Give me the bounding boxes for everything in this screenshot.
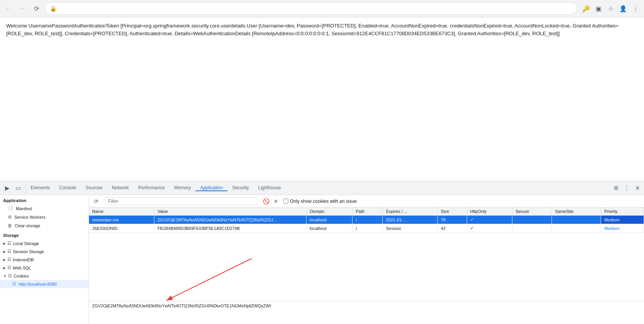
sidebar-item-cookies-localhost[interactable]: ☷ http://localhost:8080 <box>0 280 89 288</box>
devtools-right-buttons: ⚙ ⋮ ✕ <box>609 183 644 193</box>
tab-memory[interactable]: Memory <box>170 185 195 191</box>
expand-arrow-session: ▶ <box>3 250 6 254</box>
devtools-tabbar: ▶ ▭ Elements Console Sources Network Per… <box>0 181 644 195</box>
lock-icon: 🔒 <box>50 5 57 12</box>
filter-clear-buttons: 🚫 ✕ <box>262 197 280 206</box>
toolbar-icons: 🔑 ▣ ☆ 👤 ⋮ <box>581 3 641 14</box>
cell-size: 78 <box>437 216 467 224</box>
cell-domain: localhost <box>307 224 353 233</box>
devtools-panel: ▶ ▭ Elements Console Sources Network Per… <box>0 181 644 324</box>
cell-httponly: ✓ <box>467 216 512 224</box>
cell-size: 42 <box>437 224 467 233</box>
websql-icon: ☷ <box>7 265 11 270</box>
application-section-header: Application <box>0 195 89 204</box>
cell-priority: Medium <box>601 224 644 233</box>
session-storage-icon: ☷ <box>7 249 11 254</box>
sidebar-item-manifest[interactable]: 📄 Manifest <box>0 204 89 213</box>
sidebar-cookies-group[interactable]: ▼ ☷ Cookies <box>0 272 89 280</box>
sidebar-websql-group[interactable]: ▶ ☷ Web SQL <box>0 264 89 272</box>
tab-elements[interactable]: Elements <box>26 185 55 191</box>
cell-secure <box>512 224 552 233</box>
expand-arrow-cookies: ▼ <box>3 274 7 278</box>
col-header-expires: Expires / ... <box>383 207 438 216</box>
tab-application[interactable]: Application <box>195 185 228 191</box>
page-content: Welcome UsernamePasswordAuthenticationTo… <box>0 17 644 181</box>
page-text: Welcome UsernamePasswordAuthenticationTo… <box>6 23 618 36</box>
devtools-main-panel: ⟳ 🚫 ✕ Only show cookies with an issue Na… <box>89 195 644 324</box>
menu-icon-button[interactable]: ⋮ <box>630 3 641 14</box>
expand-arrow-websql: ▶ <box>3 266 6 270</box>
devtools-control-buttons: ▶ ▭ <box>0 181 26 195</box>
profile-icon-button[interactable]: 👤 <box>618 3 629 14</box>
tab-lighthouse[interactable]: Lighthouse <box>253 185 286 191</box>
close-filter-button[interactable]: ✕ <box>272 197 280 206</box>
cookie-value-bar: ZGV2OjE2MTAyNzA5NDUwNDk6NzYwNTk4OTQ3NzRi… <box>89 301 644 324</box>
table-row[interactable]: JSESSIONIDFB1B4B989D3B69F633BF5E1A9C1D27… <box>89 224 644 233</box>
cell-expires: Session <box>383 224 438 233</box>
expand-arrow-indexeddb: ▶ <box>3 258 6 262</box>
col-header-httponly: HttpOnly <box>467 207 512 216</box>
sidebar-item-service-workers[interactable]: ⚙ Service Workers <box>0 213 89 221</box>
reload-button[interactable]: ⟳ <box>31 3 42 14</box>
cookie-value-text: ZGV2OjE2MTAyNzA5NDUwNDk6NzYwNTk4OTQ3NzRi… <box>92 303 271 308</box>
devtools-sidebar: Application 📄 Manifest ⚙ Service Workers… <box>0 195 89 324</box>
storage-section-header: Storage <box>0 230 89 239</box>
col-header-samesite: SameSite <box>552 207 601 216</box>
browser-toolbar: ← → ⟳ 🔒 localhost:8080 🔑 ▣ ☆ 👤 ⋮ <box>0 0 644 17</box>
cell-value: FB1B4B989D3B69F633BF5E1A9C1D279B <box>154 224 307 233</box>
address-bar: 🔒 localhost:8080 <box>45 2 577 15</box>
close-devtools-button[interactable]: ✕ <box>632 183 642 193</box>
more-options-button[interactable]: ⋮ <box>622 183 632 193</box>
cell-httponly: ✓ <box>467 224 512 233</box>
filter-input[interactable] <box>104 197 259 205</box>
show-issues-label[interactable]: Only show cookies with an issue <box>283 199 357 204</box>
cookies-icon: ☷ <box>8 273 12 278</box>
indexeddb-icon: ☷ <box>7 257 11 262</box>
key-icon-button[interactable]: 🔑 <box>581 3 591 14</box>
sidebar-session-storage-group[interactable]: ▶ ☷ Session Storage <box>0 247 89 255</box>
inspect-element-button[interactable]: ▶ <box>2 183 12 193</box>
tab-network[interactable]: Network <box>107 185 134 191</box>
cookie-table-container: Name Value Domain Path Expires / ... Siz… <box>89 207 644 301</box>
cell-samesite <box>552 216 601 224</box>
cell-domain: localhost <box>307 216 353 224</box>
filter-bar: ⟳ 🚫 ✕ Only show cookies with an issue <box>89 195 644 207</box>
cookie-table: Name Value Domain Path Expires / ... Siz… <box>89 207 644 233</box>
cookie-sub-icon: ☷ <box>12 281 16 286</box>
table-row[interactable]: remember-meZGV2OjE2MTAyNzA5NDUwNDk6NzYwN… <box>89 216 644 224</box>
url-input[interactable]: localhost:8080 <box>59 5 572 12</box>
col-header-name: Name <box>89 207 154 216</box>
expand-arrow-local: ▶ <box>3 242 6 245</box>
tab-console[interactable]: Console <box>55 185 81 191</box>
browser-chrome: ← → ⟳ 🔒 localhost:8080 🔑 ▣ ☆ 👤 ⋮ <box>0 0 644 17</box>
cell-value: ZGV2OjE2MTAyNzA5NDUwNDk6NzYwNTk4OTQ3NzRi… <box>154 216 307 224</box>
device-toggle-button[interactable]: ▭ <box>13 183 23 193</box>
cell-samesite <box>552 224 601 233</box>
col-header-value: Value <box>154 207 307 216</box>
tab-sources[interactable]: Sources <box>81 185 107 191</box>
tab-performance[interactable]: Performance <box>134 185 170 191</box>
col-header-domain: Domain <box>307 207 353 216</box>
col-header-priority: Priority <box>601 207 644 216</box>
back-button[interactable]: ← <box>3 3 14 14</box>
service-workers-icon: ⚙ <box>8 214 12 220</box>
cell-secure <box>512 216 552 224</box>
forward-button[interactable]: → <box>17 3 28 14</box>
sidebar-item-clear-storage[interactable]: 🗑 Clear storage <box>0 221 89 230</box>
devtools-tabs: Elements Console Sources Network Perform… <box>26 185 609 191</box>
tab-security[interactable]: Security <box>228 185 253 191</box>
translate-icon-button[interactable]: ▣ <box>593 3 604 14</box>
cell-priority: Medium <box>601 216 644 224</box>
col-header-path: Path <box>353 207 383 216</box>
sidebar-indexeddb-group[interactable]: ▶ ☷ IndexedDB <box>0 255 89 264</box>
show-issues-checkbox[interactable] <box>283 199 288 204</box>
sidebar-local-storage-group[interactable]: ▶ ☷ Local Storage <box>0 239 89 247</box>
settings-button[interactable]: ⚙ <box>611 183 621 193</box>
cell-name: remember-me <box>89 216 154 224</box>
clear-filter-button[interactable]: 🚫 <box>262 197 270 206</box>
star-icon-button[interactable]: ☆ <box>605 3 616 14</box>
local-storage-icon: ☷ <box>7 241 11 246</box>
refresh-filter-button[interactable]: ⟳ <box>92 197 101 206</box>
table-header-row: Name Value Domain Path Expires / ... Siz… <box>89 207 644 216</box>
cell-path: / <box>353 216 383 224</box>
